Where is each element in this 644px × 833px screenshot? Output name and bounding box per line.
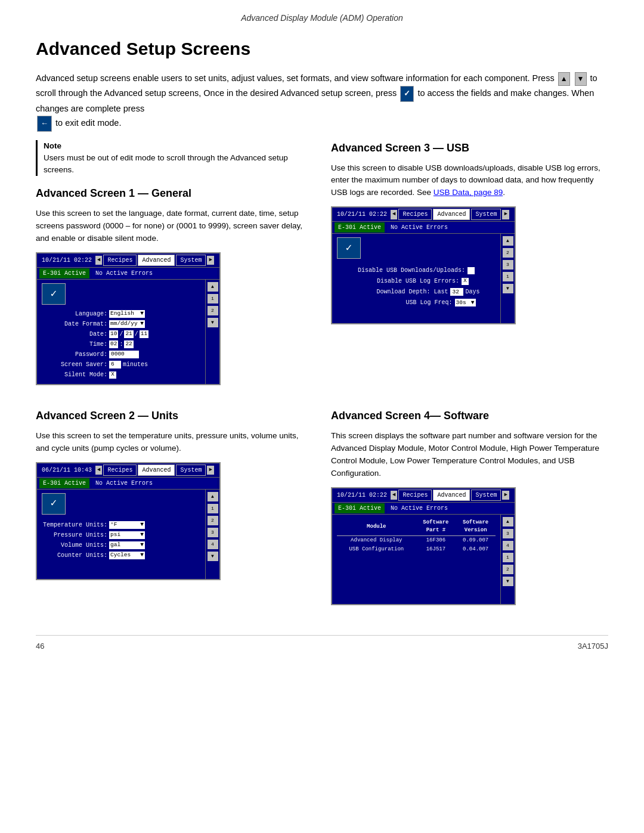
screen3-usb-freq-row: USB Log Freq: 30s▼ [337,298,496,307]
exit-icon: ← [37,116,52,132]
table-row: USB Configuration16J5170.04.007 [337,545,496,555]
screen2-icon: ✓ [42,493,66,515]
screen1-sidebar-up[interactable]: ▲ [208,282,218,292]
screen4-col1-header: Module [337,518,416,536]
screen3-content: ✓ Disable USB Downloads/Uploads: Disable… [332,234,500,323]
screen4-mockup: 10/21/11 02:22 ◄ Recipes Advanced System… [331,487,516,605]
screen4-sidebar-2[interactable]: 2 [503,565,513,574]
screen2-tab-system[interactable]: System [176,465,206,476]
screen1-language-value[interactable]: English▼ [109,310,145,318]
note-text: Users must be out of edit mode to scroll… [44,152,313,176]
screen3-status-errors: No Active Errors [387,222,512,233]
screen2-volume-value[interactable]: gal▼ [109,541,145,549]
screen1-saver-value[interactable]: 6 [109,361,121,368]
screen3-check-icon: ✓ [346,240,352,256]
screen2-temp-value[interactable]: °F▼ [109,521,145,529]
screen3-description: Use this screen to disable USB downloads… [331,162,608,200]
screen3-arrow-left[interactable]: ◄ [391,210,397,219]
intro-text: Advanced setup screens enable users to s… [36,72,608,132]
note-label: Note [44,140,313,152]
intro-text4: to exit edit mode. [55,118,121,128]
screen2-sidebar-up[interactable]: ▲ [208,492,218,501]
screen1-time-value[interactable]: 02 : 22 [109,340,134,349]
screen1-time-label: Time: [42,340,107,349]
screen4-arrow-left[interactable]: ◄ [391,491,397,500]
screen2-sidebar-1[interactable]: 1 [208,504,218,513]
screen3-tab-recipes[interactable]: Recipes [398,209,432,220]
screen1-tab-system[interactable]: System [176,255,206,266]
intro-text1: Advanced setup screens enable users to s… [36,73,555,83]
screen3-sidebar-2[interactable]: 2 [503,248,513,258]
screen4-tab-advanced[interactable]: Advanced [433,490,470,501]
note-box: Note Users must be out of edit mode to s… [36,140,313,176]
screen4-sidebar-4[interactable]: 4 [503,541,513,550]
screen3-link[interactable]: USB Data, page 89 [434,188,503,197]
screen4-tab-recipes[interactable]: Recipes [398,490,432,501]
screen1-tab-advanced[interactable]: Advanced [138,255,175,266]
screen1-status-errors: No Active Errors [92,268,217,278]
screen4-sidebar-3[interactable]: 3 [503,529,513,538]
screen1-date-label: Date: [42,330,107,339]
scroll-up-icon: ▲ [558,72,570,86]
screen2-arrow-left[interactable]: ◄ [95,466,102,475]
screen1-icon: ✓ [42,283,66,305]
screen2-volume-label: Volume Units: [42,541,107,550]
screen3-tab-system[interactable]: System [471,209,501,220]
screen1-tab-recipes[interactable]: Recipes [103,255,137,266]
table-cell: 0.04.007 [456,545,496,555]
screen1-password-row: Password: 0000 [42,350,200,359]
screen3-disable-usb-checkbox[interactable] [467,267,475,274]
screen1-sidebar-down[interactable]: ▼ [208,318,218,327]
screen1-check-icon: ✓ [51,286,57,302]
screen1-mockup: 10/21/11 02:22 ◄ Recipes Advanced System… [36,252,221,385]
footer-doc-id: 3A1705J [578,640,608,652]
screen2-pressure-label: Pressure Units: [42,531,107,540]
screen2-arrow-right[interactable]: ► [207,466,213,475]
screen1-date-value[interactable]: 10 / 21 / 11 [109,330,148,339]
screen4-sidebar-1[interactable]: 1 [503,553,513,562]
screen3-disable-log-row: Disable USB Log Errors: X [337,277,496,286]
screen3-usb-freq-value[interactable]: 30s▼ [455,299,476,306]
screen4-tab-system[interactable]: System [471,490,501,501]
screen3-disable-log-checkbox[interactable]: X [462,278,469,285]
screen3-sidebar-up[interactable]: ▲ [503,236,513,246]
screen3-disable-usb-label: Disable USB Downloads/Uploads: [358,266,465,275]
screen3-usb-freq-label: USB Log Freq: [357,298,453,307]
screen2-sidebar-down[interactable]: ▼ [208,552,218,561]
screen1-password-label: Password: [42,350,107,359]
screen4-status-active: E-30i Active [335,503,385,513]
screen1-sidebar-2[interactable]: 2 [208,306,218,315]
screen1-silent-checkbox[interactable]: X [109,371,116,379]
screen3-heading: Advanced Screen 3 — USB [331,140,608,156]
screen3-download-depth-value[interactable]: 32 [450,288,463,296]
screen2-tab-advanced[interactable]: Advanced [138,465,175,476]
screen1-sidebar-1[interactable]: 1 [208,294,218,304]
screen3-sidebar-down[interactable]: ▼ [503,284,513,293]
screen3-download-depth-unit: Days [465,287,479,296]
screen2-sidebar-3[interactable]: 3 [208,528,218,537]
page-header: Advanced Display Module (ADM) Operation [36,12,608,24]
screen3-sidebar: ▲ 2 3 1 ▼ [500,234,515,323]
screen1-status-active: E-30i Active [39,268,89,278]
screen4-sidebar: ▲ 3 4 1 2 ▼ [500,515,515,604]
screen4-sidebar-up[interactable]: ▲ [503,517,513,527]
screen3-sidebar-3[interactable]: 3 [503,260,513,270]
edit-icon: ✓ [400,86,414,102]
screen3-tab-advanced[interactable]: Advanced [433,209,470,220]
screen2-pressure-value[interactable]: psi▼ [109,531,145,539]
screen2-sidebar-2[interactable]: 2 [208,516,218,525]
screen2-counter-value[interactable]: Cycles▼ [109,552,145,559]
screen2-sidebar-4[interactable]: 4 [208,540,218,549]
screen1-arrow-right[interactable]: ► [207,256,213,265]
screen3-arrow-right[interactable]: ► [502,210,509,219]
screen4-sidebar-down[interactable]: ▼ [503,577,513,586]
screen1-description: Use this screen to set the language, dat… [36,208,313,245]
screen1-arrow-left[interactable]: ◄ [95,256,102,265]
screen4-arrow-right[interactable]: ► [502,491,509,500]
screen2-check-icon: ✓ [51,496,57,512]
screen1-date-format-value[interactable]: mm/dd/yy▼ [109,320,145,328]
table-cell: USB Configuration [337,545,416,555]
screen2-tab-recipes[interactable]: Recipes [103,465,137,476]
screen3-sidebar-1[interactable]: 1 [503,272,513,281]
screen1-password-value[interactable]: 0000 [109,351,139,358]
